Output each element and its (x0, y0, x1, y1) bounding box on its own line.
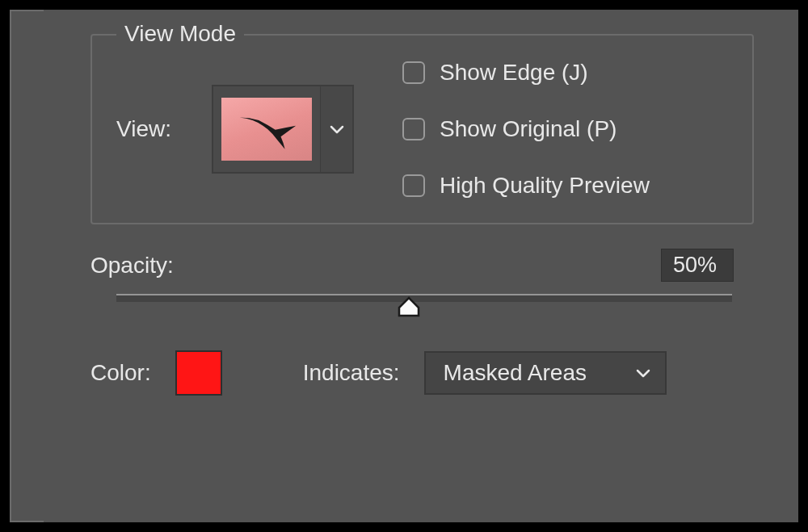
bird-silhouette-icon (233, 105, 301, 153)
slider-thumb[interactable] (396, 296, 422, 317)
show-edge-label: Show Edge (J) (440, 60, 588, 86)
panel: View Mode View: Show Edge (J) (10, 10, 798, 522)
indicates-label: Indicates: (303, 360, 400, 386)
view-label: View: (116, 116, 179, 142)
show-original-checkbox[interactable]: Show Original (P) (402, 116, 650, 142)
view-mode-legend: View Mode (116, 21, 244, 47)
checkbox-box (402, 118, 425, 140)
indicates-selected-value: Masked Areas (444, 360, 587, 386)
chevron-down-icon (636, 368, 650, 378)
view-row: View: Show Edge (J) (116, 60, 728, 199)
color-swatch[interactable] (175, 350, 222, 396)
opacity-slider[interactable] (116, 294, 732, 318)
view-mode-checkboxes: Show Edge (J) Show Original (P) High Qua… (402, 60, 650, 199)
high-quality-label: High Quality Preview (440, 173, 650, 199)
view-dropdown-button[interactable] (320, 86, 352, 172)
view-mode-fieldset: View Mode View: Show Edge (J) (90, 34, 754, 224)
view-thumbnail (221, 98, 312, 161)
color-label: Color: (90, 360, 151, 386)
view-thumbnail-dropdown[interactable] (212, 85, 354, 174)
opacity-value-input[interactable]: 50% (661, 249, 734, 282)
chevron-down-icon (330, 124, 344, 134)
checkbox-box (402, 174, 425, 197)
show-edge-checkbox[interactable]: Show Edge (J) (402, 60, 650, 86)
opacity-label: Opacity: (90, 253, 174, 279)
high-quality-preview-checkbox[interactable]: High Quality Preview (402, 173, 650, 199)
slider-track (116, 294, 732, 302)
opacity-row: Opacity: 50% (90, 249, 734, 282)
indicates-dropdown[interactable]: Masked Areas (424, 351, 667, 395)
show-original-label: Show Original (P) (440, 116, 617, 142)
bottom-row: Color: Indicates: Masked Areas (90, 350, 734, 396)
checkbox-box (402, 61, 425, 84)
